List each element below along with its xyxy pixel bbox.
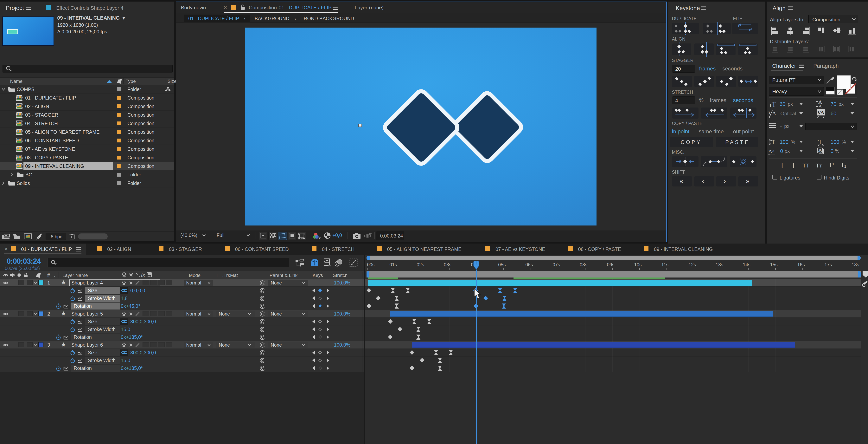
svg-text:T: T	[772, 100, 776, 108]
svg-text:T: T	[771, 139, 775, 146]
svg-text:T: T	[818, 138, 822, 145]
svg-text:A: A	[768, 148, 772, 154]
svg-text:あ: あ	[818, 148, 822, 153]
svg-text:VA: VA	[817, 110, 825, 115]
svg-text:A: A	[772, 110, 776, 116]
svg-text:a: a	[772, 148, 774, 153]
svg-text:A: A	[818, 104, 822, 109]
